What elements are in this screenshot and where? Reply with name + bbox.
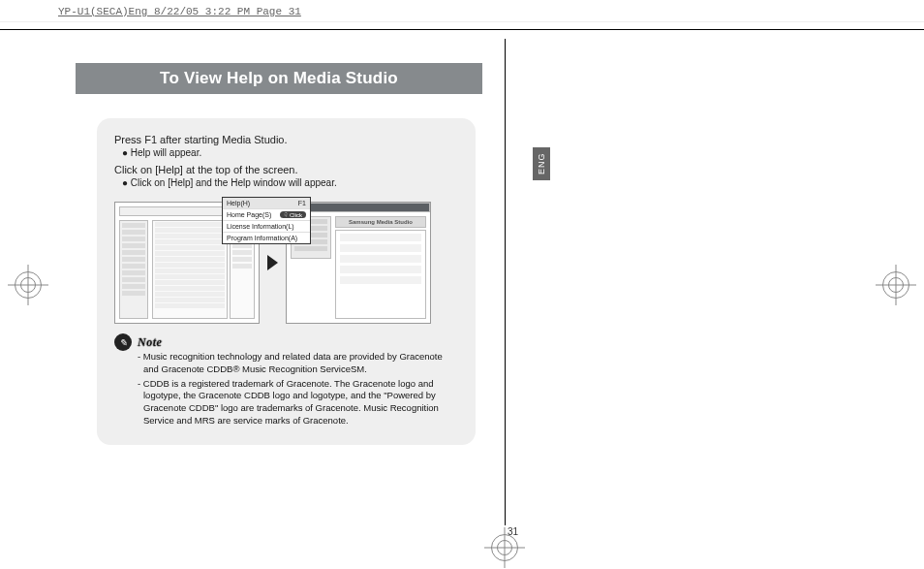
rule — [0, 21, 924, 22]
running-head: YP-U1(SECA)Eng 8/22/05 3:22 PM Page 31 — [58, 6, 301, 17]
rule — [0, 29, 924, 30]
help-window-title: Samsung Media Studio — [335, 216, 426, 228]
instruction-bullet: ● Click on [Help] and the Help window wi… — [114, 177, 458, 188]
crop-mark — [882, 271, 909, 299]
language-tab: ENG — [533, 147, 550, 180]
menu-shortcut: F1 — [298, 200, 306, 206]
note-text: - Music recognition technology and relat… — [114, 351, 458, 427]
help-menu: Help(H) F1 Home Page(S) ☟ Click License … — [222, 197, 311, 244]
instruction-bullet: ● Help will appear. — [114, 147, 458, 158]
screenshot-app: Help(H) F1 Home Page(S) ☟ Click License … — [114, 202, 260, 324]
page-title: To View Help on Media Studio — [76, 63, 482, 94]
menu-item: Home Page(S) — [227, 211, 271, 218]
menu-item: Program Information(A) — [227, 235, 297, 241]
instruction-line: Click on [Help] at the top of the screen… — [114, 164, 458, 175]
note-heading: ✎ Note — [114, 333, 458, 351]
figures-row: Help(H) F1 Home Page(S) ☟ Click License … — [114, 202, 458, 324]
crop-mark — [15, 271, 42, 299]
cursor-icon: ☟ — [284, 211, 288, 218]
page-number: 31 — [508, 526, 518, 537]
crop-mark — [491, 534, 518, 561]
click-badge: ☟ Click — [280, 211, 306, 218]
note-label: Note — [138, 335, 162, 350]
content-box: Press F1 after starting Media Studio. ● … — [97, 118, 476, 445]
note-icon: ✎ — [114, 333, 132, 351]
page: To View Help on Media Studio Press F1 af… — [58, 39, 506, 525]
menu-item: License Information(L) — [227, 223, 294, 230]
arrow-right-icon — [267, 255, 278, 270]
instruction-line: Press F1 after starting Media Studio. — [114, 134, 458, 145]
menu-item: Help(H) — [227, 200, 250, 206]
